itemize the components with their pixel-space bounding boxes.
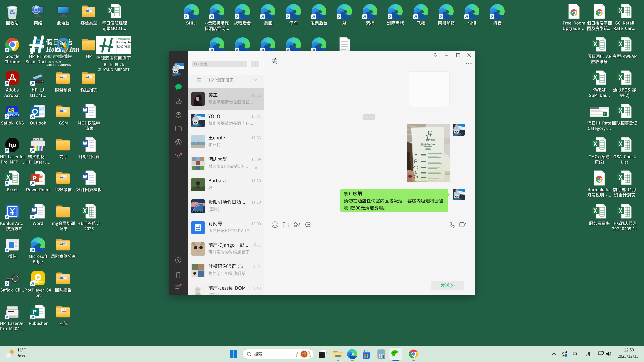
svg-text:HolidayInn: HolidayInn (420, 143, 435, 146)
